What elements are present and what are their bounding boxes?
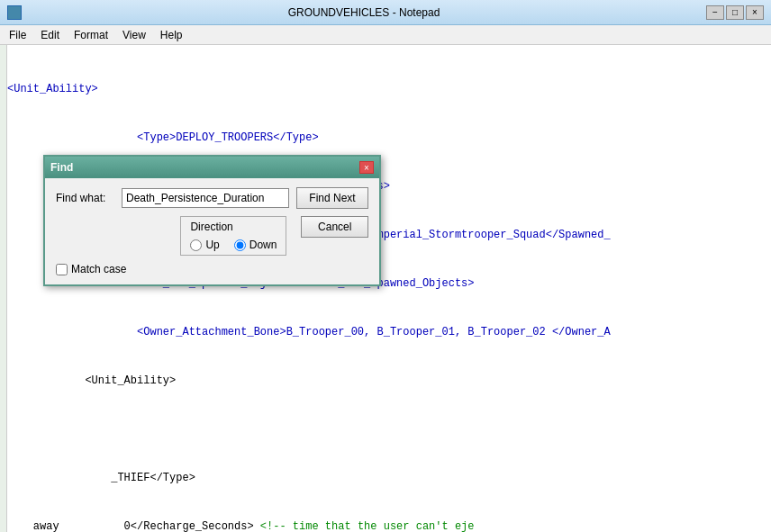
find-dialog: Find × Find what: Find Next Direction Up bbox=[43, 155, 381, 286]
editor-line: <Owner_Attachment_Bone>B_Trooper_00, B_T… bbox=[7, 324, 771, 340]
match-case-text: Match case bbox=[71, 263, 126, 275]
close-button[interactable]: × bbox=[746, 5, 764, 20]
find-what-row: Find what: Find Next bbox=[56, 187, 368, 209]
editor-area[interactable]: <Unit_Ability> <Type>DEPLOY_TROOPERS</Ty… bbox=[0, 45, 771, 532]
radio-up-label[interactable]: Up bbox=[190, 239, 219, 251]
window-controls: − □ × bbox=[706, 5, 764, 20]
cancel-button[interactable]: Cancel bbox=[301, 216, 368, 238]
radio-down-label[interactable]: Down bbox=[234, 239, 277, 251]
radio-down[interactable] bbox=[234, 239, 246, 251]
find-direction-label: Direction bbox=[190, 221, 232, 233]
find-options-row: Match case bbox=[56, 263, 368, 275]
editor-line bbox=[7, 421, 771, 437]
find-what-label: Find what: bbox=[56, 192, 114, 204]
app-icon bbox=[7, 5, 22, 20]
find-close-button[interactable]: × bbox=[359, 161, 374, 174]
menu-help[interactable]: Help bbox=[155, 27, 188, 43]
menu-format[interactable]: Format bbox=[68, 27, 113, 43]
editor-line: <Unit_Ability> bbox=[7, 373, 771, 389]
radio-up[interactable] bbox=[190, 239, 202, 251]
find-dialog-titlebar: Find × bbox=[45, 157, 379, 178]
match-case-label[interactable]: Match case bbox=[56, 263, 126, 275]
editor-left-border bbox=[0, 45, 7, 532]
find-next-button[interactable]: Find Next bbox=[296, 187, 368, 209]
menu-view[interactable]: View bbox=[117, 27, 151, 43]
editor-line: <Type>DEPLOY_TROOPERS</Type> bbox=[7, 130, 771, 146]
find-dialog-title: Find bbox=[50, 161, 73, 174]
find-what-input[interactable] bbox=[122, 188, 289, 208]
menu-edit[interactable]: Edit bbox=[35, 27, 65, 43]
window-title: GROUNDVEHICLES - Notepad bbox=[22, 6, 706, 19]
title-bar: GROUNDVEHICLES - Notepad − □ × bbox=[0, 0, 771, 25]
find-direction-row: Direction Up Down Cancel bbox=[56, 216, 368, 256]
menu-file[interactable]: File bbox=[4, 27, 32, 43]
editor-content: <Unit_Ability> <Type>DEPLOY_TROOPERS</Ty… bbox=[7, 49, 771, 532]
find-radios: Up Down bbox=[190, 239, 277, 251]
radio-down-text: Down bbox=[249, 239, 277, 251]
find-direction-group: Direction Up Down bbox=[180, 216, 286, 256]
editor-line: <Unit_Ability> bbox=[7, 81, 771, 97]
editor-line: _THIEF</Type> bbox=[7, 470, 771, 486]
maximize-button[interactable]: □ bbox=[726, 5, 744, 20]
radio-up-text: Up bbox=[205, 239, 219, 251]
menu-bar: File Edit Format View Help bbox=[0, 25, 771, 45]
find-dialog-body: Find what: Find Next Direction Up Down bbox=[45, 178, 379, 284]
minimize-button[interactable]: − bbox=[706, 5, 724, 20]
editor-line: away 0</Recharge_Seconds> <!-- time that… bbox=[7, 518, 771, 532]
match-case-checkbox[interactable] bbox=[56, 264, 68, 275]
